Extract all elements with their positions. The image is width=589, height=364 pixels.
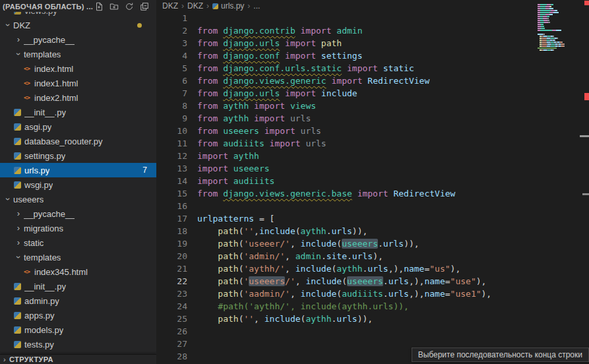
tree-item-label: index345.html <box>34 267 88 277</box>
collapse-all-icon[interactable] <box>139 1 150 12</box>
code-line-8[interactable]: 8from aythh import views <box>156 100 580 112</box>
tree-item-label: templates <box>24 49 61 59</box>
code-line-15[interactable]: 15from django.views.generic.base import … <box>156 187 580 200</box>
python-file-icon <box>14 138 21 145</box>
line-number: 19 <box>156 237 187 250</box>
tree-file-index.html[interactable]: index.html <box>0 61 156 76</box>
overview-ruler[interactable] <box>584 0 589 364</box>
chevron-down-icon <box>3 18 13 32</box>
code-line-21[interactable]: 21 path('aythh/', include(aythh.urls,),n… <box>156 262 580 275</box>
code-line-20[interactable]: 20 path('admin/', admin.site.urls), <box>156 250 580 262</box>
html-file-icon <box>24 65 34 72</box>
code-line-7[interactable]: 7from django.urls import include <box>156 87 580 100</box>
refresh-icon[interactable] <box>124 1 135 12</box>
code-line-19[interactable]: 19 path('useeer/', include(useeers.urls)… <box>156 237 580 250</box>
ruler-mark <box>580 135 589 137</box>
breadcrumb-item-project[interactable]: DKZ <box>162 1 178 11</box>
tree-file-apps.py[interactable]: apps.py <box>0 308 156 322</box>
tree-folder-migrations[interactable]: migrations <box>0 221 156 235</box>
python-file-icon <box>14 181 21 189</box>
line-number: 17 <box>156 212 187 225</box>
code-line-24[interactable]: 24 #path('aythh/', include(aythh.urls)), <box>156 300 580 313</box>
tree-file-settings.py[interactable]: settings.py <box>0 148 156 163</box>
tree-item-label: apps.py <box>24 311 55 320</box>
tree-file-__init__.py[interactable]: __init__.py <box>0 105 156 119</box>
line-number: 10 <box>156 125 187 137</box>
chevron-down-icon <box>13 47 24 61</box>
tree-folder-__pycache__[interactable]: __pycache__ <box>0 206 156 221</box>
tree-folder-__pycache__[interactable]: __pycache__ <box>0 32 156 47</box>
python-file-icon <box>14 312 21 319</box>
breadcrumb-item-folder[interactable]: DKZ <box>187 1 203 11</box>
code-line-3[interactable]: 3from django.urls import path <box>156 37 580 49</box>
code-line-1[interactable]: 1 <box>156 12 580 24</box>
code-text: from audiiits import urls <box>197 137 326 150</box>
tree-folder-useeers[interactable]: useeers <box>0 192 156 206</box>
line-number: 9 <box>156 112 187 125</box>
code-line-16[interactable]: 16 <box>156 200 580 212</box>
file-tree: views.pyDKZ__pycache__templatesindex.htm… <box>0 3 156 351</box>
tree-file-index1.html[interactable]: index1.html <box>0 76 156 90</box>
code-line-11[interactable]: 11from audiiits import urls <box>156 137 580 150</box>
html-file-icon <box>24 94 34 101</box>
tree-item-label: admin.py <box>24 296 59 306</box>
chevron-right-icon <box>13 206 24 221</box>
tree-folder-templates[interactable]: templates <box>0 250 156 264</box>
tree-file-admin.py[interactable]: admin.py <box>0 293 156 308</box>
code-line-25[interactable]: 25 path('', include(aythh.urls)), <box>156 313 580 325</box>
tree-item-label: urls.py <box>24 166 49 175</box>
tree-file-tests.py[interactable]: tests.py <box>0 337 156 351</box>
code-line-22[interactable]: 22 path('useeers/', include(useeers.urls… <box>156 275 580 288</box>
code-line-14[interactable]: 14import audiiits <box>156 175 580 187</box>
chevron-right-icon <box>13 32 24 47</box>
breadcrumb-item-symbol[interactable]: ... <box>253 1 260 11</box>
python-file-icon <box>14 167 21 174</box>
code-text: import audiiits <box>197 175 274 187</box>
tree-file-wsgi.py[interactable]: wsgi.py <box>0 177 156 192</box>
code-text: from django.contrib import admin <box>197 24 362 37</box>
line-number: 15 <box>156 187 187 200</box>
tree-file-__init__.py[interactable]: __init__.py <box>0 279 156 293</box>
line-number: 4 <box>156 49 187 62</box>
tree-file-models.py[interactable]: models.py <box>0 322 156 337</box>
code-line-5[interactable]: 5from django.conf.urls.static import sta… <box>156 62 580 75</box>
tree-file-asgi.py[interactable]: asgi.py <box>0 119 156 134</box>
code-line-23[interactable]: 23 path('aadmin/', include(audiiits.urls… <box>156 288 580 300</box>
code-line-10[interactable]: 10from useeers import urls <box>156 125 580 137</box>
code-text: from aythh import urls <box>197 112 311 125</box>
outline-section[interactable]: СТРУКТУРА <box>0 354 156 364</box>
code-text: from django.views.generic.base import Re… <box>197 187 455 200</box>
tree-file-index2.html[interactable]: index2.html <box>0 90 156 105</box>
breadcrumb-item-file[interactable]: urls.py <box>221 1 244 11</box>
code-text: path('useeers/', include(useeers.urls,),… <box>197 275 486 288</box>
eol-tooltip: Выберите последовательность конца строки <box>412 348 589 362</box>
code-line-17[interactable]: 17urlpatterns = [ <box>156 212 580 225</box>
new-file-icon[interactable] <box>94 1 104 12</box>
code-line-6[interactable]: 6from django.views.generic import Redire… <box>156 75 580 87</box>
tree-file-database_roouter.py[interactable]: database_roouter.py <box>0 134 156 148</box>
tree-folder-static[interactable]: static <box>0 235 156 250</box>
tree-item-label: static <box>24 238 44 248</box>
tree-item-label: tests.py <box>24 340 54 349</box>
chevron-down-icon <box>13 250 24 264</box>
code-line-18[interactable]: 18 path('',include(aythh.urls)), <box>156 225 580 237</box>
code-line-26[interactable]: 26 <box>156 325 580 338</box>
code-line-4[interactable]: 4from django.conf import settings <box>156 49 580 62</box>
new-folder-icon[interactable] <box>109 1 119 12</box>
minimap[interactable] <box>538 2 582 57</box>
code-text: from django.urls import include <box>197 87 357 100</box>
code-line-2[interactable]: 2from django.contrib import admin <box>156 24 580 37</box>
tree-file-index345.html[interactable]: index345.html <box>0 264 156 279</box>
line-number: 8 <box>156 100 187 112</box>
code-line-13[interactable]: 13import useeers <box>156 162 580 175</box>
tree-folder-templates[interactable]: templates <box>0 47 156 61</box>
chevron-down-icon <box>3 192 13 206</box>
code-area[interactable]: 12from django.contrib import admin3from … <box>156 12 580 364</box>
code-line-12[interactable]: 12import aythh <box>156 150 580 162</box>
code-text: from useeers import urls <box>197 125 321 137</box>
problems-badge: 7 <box>142 166 147 175</box>
tree-file-urls.py[interactable]: urls.py7 <box>0 163 156 177</box>
line-number: 26 <box>156 325 187 338</box>
code-line-9[interactable]: 9from aythh import urls <box>156 112 580 125</box>
tree-folder-DKZ[interactable]: DKZ <box>0 18 156 32</box>
